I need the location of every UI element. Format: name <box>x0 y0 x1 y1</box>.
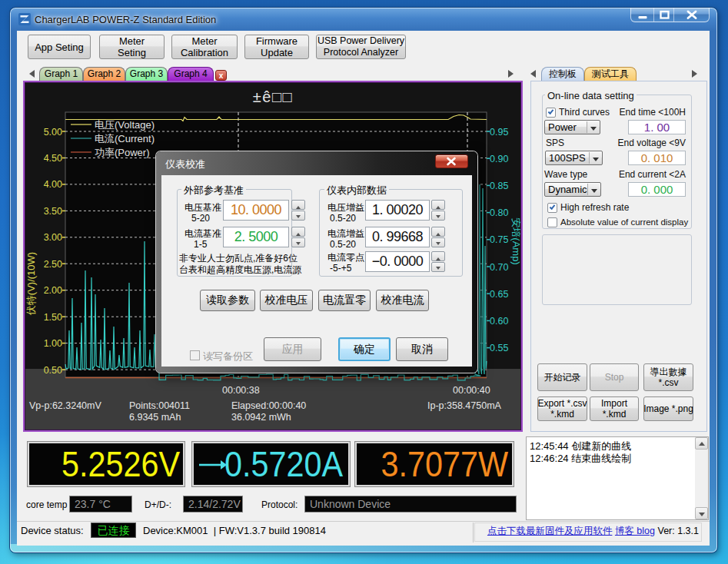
svg-text:0.50: 0.50 <box>44 365 62 376</box>
svg-text:0.65: 0.65 <box>490 289 508 300</box>
svg-text:0.95: 0.95 <box>490 127 508 138</box>
svg-text:1.00: 1.00 <box>44 338 62 349</box>
svg-text:00:00:38: 00:00:38 <box>222 385 260 396</box>
svg-text:4.00: 4.00 <box>44 179 62 190</box>
svg-text:3.50: 3.50 <box>44 206 62 217</box>
svg-text:电流(Current): 电流(Current) <box>95 133 155 144</box>
svg-text:Ip-p:358.4750mA: Ip-p:358.4750mA <box>427 400 502 411</box>
svg-text:Points:004011: Points:004011 <box>129 400 190 411</box>
svg-text:2.00: 2.00 <box>44 285 62 296</box>
svg-text:安培(Amp): 安培(Amp) <box>510 217 520 264</box>
svg-text:0.80: 0.80 <box>490 207 508 218</box>
svg-text:0.90: 0.90 <box>490 154 508 164</box>
svg-text:3.00: 3.00 <box>44 232 62 243</box>
svg-text:1.50: 1.50 <box>44 312 62 323</box>
svg-text:0.60: 0.60 <box>490 316 508 327</box>
svg-text:0.85: 0.85 <box>490 181 508 191</box>
svg-text:36.0942 mWh: 36.0942 mWh <box>231 412 291 423</box>
svg-text:Elapsed:00:00:40: Elapsed:00:00:40 <box>231 400 306 411</box>
svg-text:0.55: 0.55 <box>490 343 508 353</box>
svg-text:6.9345 mAh: 6.9345 mAh <box>129 412 181 423</box>
svg-text:电压(Voltage): 电压(Voltage) <box>95 119 155 131</box>
svg-text:Vp-p:62.3240mV: Vp-p:62.3240mV <box>29 400 101 411</box>
svg-text:±ê□□: ±ê□□ <box>253 88 293 105</box>
svg-text:0.75: 0.75 <box>490 234 508 245</box>
svg-text:4.50: 4.50 <box>44 153 62 164</box>
svg-text:00:00:40: 00:00:40 <box>453 385 490 396</box>
svg-text:5.00: 5.00 <box>44 127 62 138</box>
svg-text:2.50: 2.50 <box>44 259 62 270</box>
svg-text:0.70: 0.70 <box>490 262 508 273</box>
svg-text:功率(Power): 功率(Power) <box>95 147 150 158</box>
svg-text:伏特(V)/(10W): 伏特(V)/(10W) <box>25 252 37 316</box>
